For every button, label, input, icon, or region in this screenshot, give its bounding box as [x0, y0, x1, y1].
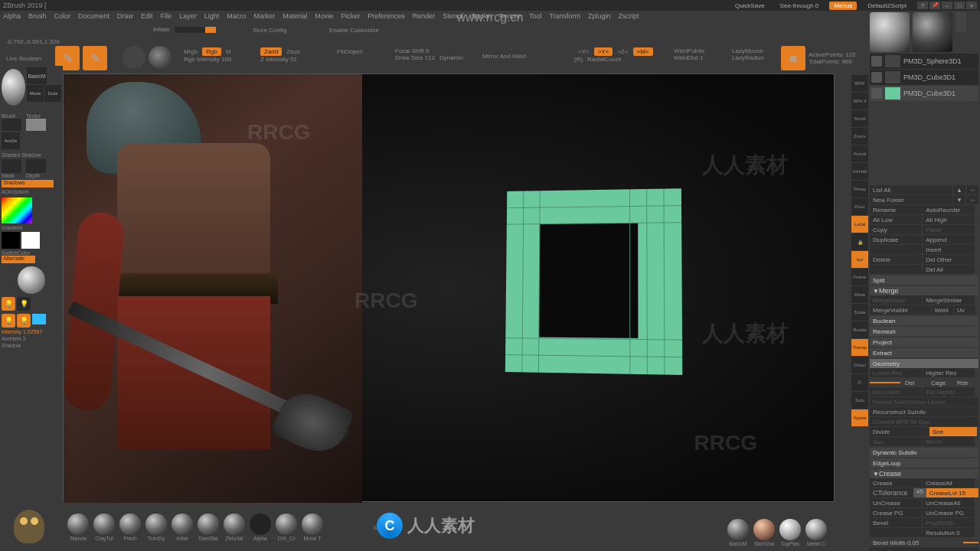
solo-button[interactable]: Solo	[851, 392, 868, 409]
menu-edit[interactable]: Edit	[141, 12, 153, 20]
menu-file[interactable]: File	[161, 12, 172, 20]
delall-button[interactable]: Del All	[923, 265, 975, 274]
pin-icon[interactable]: 📌	[929, 2, 940, 9]
zadd-button[interactable]: Zadd	[260, 47, 282, 56]
sym-r-button[interactable]: (R)	[574, 56, 583, 63]
brush-standard[interactable]: Standa	[67, 514, 89, 541]
crease-button[interactable]: Crease	[870, 478, 922, 487]
creaselvl-slider[interactable]: CreaseLvl 15	[926, 488, 978, 497]
bevel-button[interactable]: Bevel	[870, 518, 922, 527]
zoom-button[interactable]: Zoom	[851, 128, 868, 145]
smt-button[interactable]: Smt	[929, 427, 977, 436]
menu-zplugin[interactable]: Zplugin	[588, 12, 611, 20]
menu-macro[interactable]: Macro	[227, 12, 246, 20]
light-2-icon[interactable]: 💡	[17, 297, 31, 311]
dynamic-subdiv-header[interactable]: Dynamic Subdiv	[870, 448, 978, 457]
sdiv-slider[interactable]: DelCageRstr	[870, 378, 978, 387]
boolean-header[interactable]: Boolean	[870, 316, 978, 325]
allhigh-button[interactable]: All High	[923, 215, 975, 224]
tool-slot[interactable]	[956, 22, 966, 31]
shadow2-label[interactable]: Shadow	[2, 343, 61, 348]
maximize-icon[interactable]: □	[954, 2, 965, 9]
timeline-button[interactable]: ⏱	[851, 374, 868, 391]
brush-zmodeler[interactable]: ZModel	[224, 514, 245, 541]
defaultzscript-button[interactable]: DefaultZScript	[863, 2, 911, 9]
brush-claytubes[interactable]: ClayTul	[93, 514, 115, 541]
menu-draw[interactable]: Draw	[117, 12, 133, 20]
close-icon[interactable]: ×	[966, 2, 977, 9]
lowerres-button[interactable]: Lower Res	[870, 368, 922, 377]
material-toyplastic[interactable]: ToyPlas	[779, 519, 801, 546]
viewport[interactable]: RRCG 人人素材 RRCG 人人素材 RRCG	[63, 73, 835, 502]
visibility-icon[interactable]	[871, 72, 882, 83]
light-4-icon[interactable]: 💡	[17, 314, 31, 328]
color-secondary[interactable]	[21, 232, 40, 249]
help-icon[interactable]: ?	[917, 2, 928, 9]
welddist-slider[interactable]: WeldDist 1	[674, 54, 704, 61]
inflate-slider[interactable]	[175, 27, 213, 33]
mesh-geometry[interactable]	[505, 189, 681, 373]
depth-field[interactable]	[26, 159, 46, 173]
edgeloop-header[interactable]: EdgeLoop	[870, 458, 978, 468]
move-button[interactable]: Move	[851, 286, 868, 303]
store-config-button[interactable]: Store Config	[253, 27, 286, 34]
arrow-down-icon[interactable]: ▼	[953, 195, 965, 204]
uncrease-button[interactable]: UnCrease	[870, 498, 922, 507]
sym-z-button[interactable]: >Z<	[613, 47, 632, 56]
brush-preview[interactable]	[2, 69, 25, 106]
brush-alpha[interactable]: Alpha	[250, 514, 271, 541]
subtool-item[interactable]: PM3D_Sphere3D1	[870, 54, 978, 69]
color-primary[interactable]	[2, 232, 20, 249]
gradient-label[interactable]: Gradient	[2, 225, 61, 230]
menu-brush[interactable]: Brush	[28, 12, 47, 20]
live-boolean-button[interactable]: Live Boolean	[6, 55, 41, 62]
mrgb-button[interactable]: Mrgb	[184, 48, 198, 55]
draw-mode-icon[interactable]: ✎Draw	[83, 46, 107, 70]
menus-button[interactable]: Menus	[829, 2, 857, 10]
project-header[interactable]: Project	[870, 337, 978, 347]
quicksave-button[interactable]: QuickSave	[730, 2, 769, 9]
draw-size-slider[interactable]: Draw Size 112	[395, 54, 435, 61]
ctolerance-slider[interactable]: CTolerance	[870, 488, 913, 497]
suv-button[interactable]: Suv	[870, 437, 922, 446]
ambient-slider[interactable]: Ambient 3	[2, 336, 61, 341]
brush-damstandard[interactable]: DamSta	[198, 514, 219, 541]
rotate-button[interactable]: Rotate	[851, 321, 868, 338]
menu-marker[interactable]: Marker	[253, 12, 275, 20]
visibility-icon[interactable]	[871, 56, 882, 67]
spix-button[interactable]: SPix 3	[851, 93, 868, 109]
menu-alpha[interactable]: Alpha	[3, 12, 21, 20]
brush-movetopological[interactable]: Move T	[302, 514, 323, 541]
polyframe-icon[interactable]: ▦	[781, 46, 805, 70]
brush-basic[interactable]: BasicM	[27, 67, 47, 84]
brush-dots[interactable]: Dots	[44, 85, 61, 102]
scale-button[interactable]: Scale	[851, 304, 868, 321]
bevelwidth-slider[interactable]: Bevel Width 0.05	[870, 538, 978, 547]
crease-header[interactable]: ▼ Crease	[870, 469, 978, 478]
tool-slot[interactable]	[956, 12, 966, 21]
enable-customize-button[interactable]: Enable Customize	[329, 27, 379, 34]
uv-button[interactable]: Uv	[954, 305, 975, 315]
menu-render[interactable]: Render	[413, 12, 436, 20]
rename-button[interactable]: Rename	[870, 205, 922, 214]
frame-button[interactable]: Frame	[851, 269, 868, 285]
menu-color[interactable]: Color	[54, 12, 71, 20]
delother-button[interactable]: Del Other	[923, 255, 975, 264]
weldpoints-button[interactable]: WeldPoints	[674, 47, 704, 54]
seethrough-slider[interactable]: See-through 0	[776, 2, 824, 9]
brush-orbcracks[interactable]: Orb_Cr	[276, 514, 297, 541]
paste-button[interactable]: Paste	[923, 225, 975, 234]
menu-picker[interactable]: Picker	[341, 12, 360, 20]
edgesharp-button[interactable]: EdgeSharp	[870, 547, 978, 551]
menu-material[interactable]: Material	[283, 12, 307, 20]
arrow-icon[interactable]: ↔	[966, 195, 978, 204]
lock-icon[interactable]: 🔒	[851, 233, 868, 250]
floor-button[interactable]: Floor	[851, 198, 868, 215]
mask-field[interactable]	[2, 159, 21, 173]
material-basic[interactable]: BasicM	[727, 519, 749, 546]
material-preview[interactable]	[18, 266, 45, 294]
subtool-item[interactable]: PM3D_Cube3D1	[870, 70, 978, 85]
creasepg-button[interactable]: Crease PG	[870, 508, 922, 517]
light-3-icon[interactable]: 💡	[2, 314, 15, 328]
reuv-button[interactable]: ReUV	[923, 437, 975, 446]
